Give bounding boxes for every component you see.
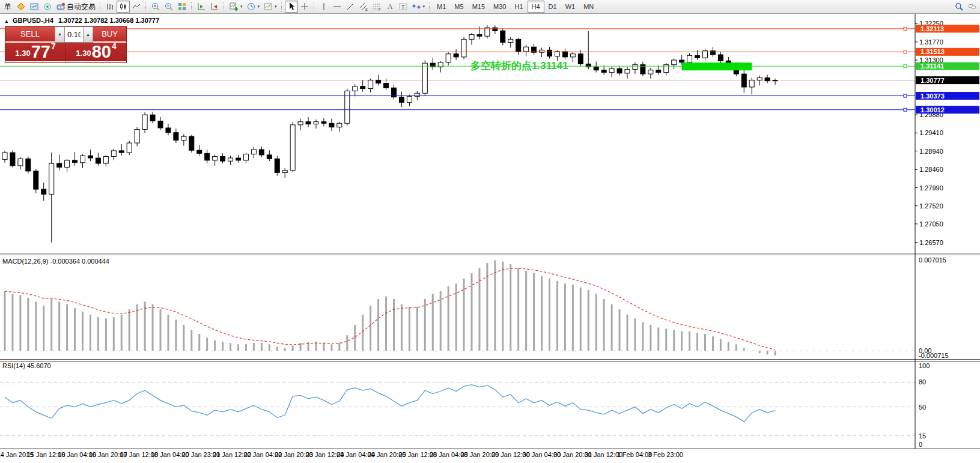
cursor-button[interactable] xyxy=(285,1,298,13)
fibonacci-button[interactable]: F xyxy=(370,1,383,13)
toolbar: 单自动交易▾▾▾EFAT▾M1M5M15M30H1H4D1W1MN xyxy=(0,0,980,14)
symbol-period-label: GBPUSD-,H4 xyxy=(13,17,53,24)
auto-scroll-button[interactable] xyxy=(195,1,208,13)
timeframe-MN[interactable]: MN xyxy=(579,1,598,13)
timeframe-W1[interactable]: W1 xyxy=(561,1,580,13)
chart-title: ▲ GBPUSD-,H4 1.30722 1.30782 1.30668 1.3… xyxy=(4,17,159,24)
new-order-button[interactable]: 单 xyxy=(1,1,14,13)
signals-button[interactable] xyxy=(41,1,54,13)
svg-text:1.28460: 1.28460 xyxy=(919,166,943,173)
zoom-in-button[interactable] xyxy=(149,1,162,13)
metaeditor-button[interactable] xyxy=(14,1,28,13)
svg-text:15: 15 xyxy=(919,432,926,440)
svg-text:A: A xyxy=(388,2,393,11)
svg-text:1.30777: 1.30777 xyxy=(921,77,945,84)
buy-button[interactable]: BUY xyxy=(93,26,126,43)
vertical-line-button[interactable] xyxy=(317,1,330,13)
svg-text:1.32113: 1.32113 xyxy=(921,25,944,32)
autotrading-toggle[interactable]: 自动交易 xyxy=(54,1,97,13)
svg-text:1.27520: 1.27520 xyxy=(919,202,943,210)
buy-price-big: 80 xyxy=(92,44,111,59)
chart-candles-button[interactable] xyxy=(117,1,130,13)
buy-price-prefix: 1.30 xyxy=(76,49,91,58)
svg-text:T: T xyxy=(401,4,405,10)
ohlc-values: 1.30722 1.30782 1.30668 1.30777 xyxy=(58,17,159,24)
svg-text:1 Feb 04:00: 1 Feb 04:00 xyxy=(617,451,653,458)
svg-text:1.27990: 1.27990 xyxy=(919,184,943,192)
one-click-trading-panel: SELL ▼ ▲ BUY 1.30 77 7 1.30 80 4 xyxy=(5,26,127,63)
add-indicator-button[interactable]: ▾ xyxy=(227,1,245,13)
toolbar-grip xyxy=(100,2,101,11)
toolbar-grip xyxy=(314,2,315,11)
toolbar-grip xyxy=(224,2,225,11)
chart-window: 1.322501.317701.313001.298801.294101.289… xyxy=(0,14,980,463)
sell-price-big: 77 xyxy=(31,44,50,59)
periods-button[interactable]: ▾ xyxy=(245,1,262,13)
search-button[interactable] xyxy=(952,1,966,13)
sell-price-pip: 7 xyxy=(51,41,56,51)
svg-text:100: 100 xyxy=(919,362,930,369)
toolbar-grip xyxy=(429,2,430,11)
svg-text:1.29410: 1.29410 xyxy=(919,129,943,136)
svg-text:50: 50 xyxy=(919,404,926,411)
timeframe-H1[interactable]: H1 xyxy=(510,1,527,13)
trendline-button[interactable] xyxy=(344,1,357,13)
text-button[interactable]: A xyxy=(383,1,397,13)
templates-button[interactable]: ▾ xyxy=(261,1,279,13)
timeframe-M1[interactable]: M1 xyxy=(433,1,450,13)
chart-bars-button[interactable] xyxy=(103,1,117,13)
toolbar-grip xyxy=(191,2,192,11)
timeframe-M30[interactable]: M30 xyxy=(489,1,510,13)
buy-price-display[interactable]: 1.30 80 4 xyxy=(66,43,126,62)
shapes-button[interactable]: ▾ xyxy=(410,1,427,13)
dropdown-arrow-icon[interactable]: ▾ xyxy=(423,4,425,9)
text-label-button[interactable]: T xyxy=(397,1,410,13)
dropdown-arrow-icon[interactable]: ▾ xyxy=(275,4,277,9)
svg-text:-0.000715: -0.000715 xyxy=(919,352,949,359)
svg-text:1.31141: 1.31141 xyxy=(921,62,944,70)
rsi-label: RSI(14) 45.6070 xyxy=(2,362,51,369)
macd-label: MACD(12,26,9) -0.000364 0.000444 xyxy=(2,258,109,265)
buy-price-pip: 4 xyxy=(112,41,117,51)
zoom-out-button[interactable] xyxy=(162,1,175,13)
horizontal-line-button[interactable] xyxy=(330,1,344,13)
tile-windows-button[interactable] xyxy=(175,1,189,13)
timeframe-H4[interactable]: H4 xyxy=(528,1,544,13)
svg-text:1.26570: 1.26570 xyxy=(919,239,943,246)
svg-text:1.27050: 1.27050 xyxy=(919,220,943,228)
svg-text:1.28940: 1.28940 xyxy=(919,148,943,155)
svg-text:3 Feb 23:00: 3 Feb 23:00 xyxy=(648,451,683,458)
timeframe-D1[interactable]: D1 xyxy=(544,1,561,13)
annotation-text[interactable]: 多空转折的点1.31141 xyxy=(470,59,568,73)
new-order-button-label: 单 xyxy=(4,2,11,12)
community-button[interactable] xyxy=(966,1,979,13)
svg-text:1.31770: 1.31770 xyxy=(919,38,943,46)
svg-text:80: 80 xyxy=(919,378,926,386)
autotrading-toggle-label: 自动交易 xyxy=(67,2,96,12)
sell-button[interactable]: SELL xyxy=(5,26,55,43)
volume-decrease-button[interactable]: ▼ xyxy=(55,26,65,43)
svg-text:F: F xyxy=(379,8,381,11)
charts-window-button[interactable] xyxy=(28,1,41,13)
crosshair-button[interactable] xyxy=(298,1,311,13)
timeframe-M5[interactable]: M5 xyxy=(450,1,467,13)
svg-text:0.007015: 0.007015 xyxy=(919,256,946,264)
chart-shift-button[interactable] xyxy=(208,1,221,13)
volume-increase-button[interactable]: ▲ xyxy=(83,26,93,43)
collapse-arrow-icon[interactable]: ▲ xyxy=(4,19,9,24)
dropdown-arrow-icon[interactable]: ▾ xyxy=(240,4,243,9)
timeframe-M15[interactable]: M15 xyxy=(468,1,489,13)
volume-input[interactable] xyxy=(65,26,83,43)
svg-text:1.30012: 1.30012 xyxy=(921,106,945,113)
svg-text:1.30373: 1.30373 xyxy=(921,92,945,100)
sell-price-display[interactable]: 1.30 77 7 xyxy=(5,43,66,62)
toolbar-grip xyxy=(281,2,282,11)
svg-text:E: E xyxy=(365,8,368,11)
equidistant-channel-button[interactable]: E xyxy=(357,1,370,13)
dropdown-arrow-icon[interactable]: ▾ xyxy=(258,4,260,9)
sell-price-prefix: 1.30 xyxy=(15,49,30,58)
toolbar-grip xyxy=(145,2,147,11)
price-chart-canvas[interactable]: 1.322501.317701.313001.298801.294101.289… xyxy=(0,14,980,463)
svg-text:0: 0 xyxy=(919,441,922,448)
chart-line-button[interactable] xyxy=(130,1,143,13)
